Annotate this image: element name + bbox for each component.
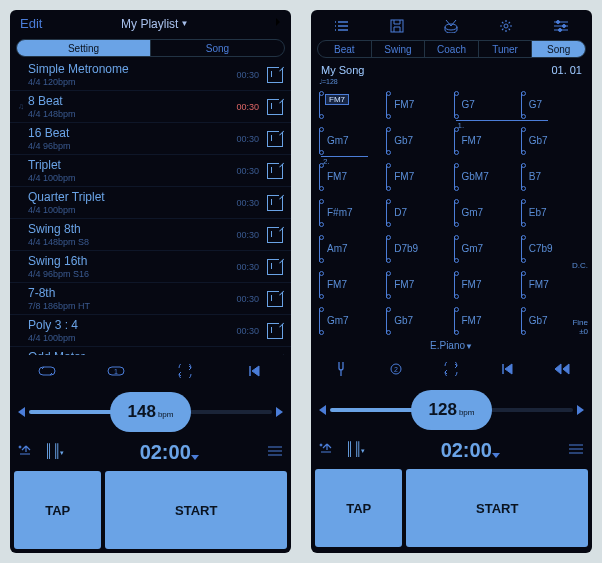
edit-icon[interactable] [267,163,283,179]
instrument-select[interactable]: E.Piano▼ [311,338,592,353]
list-item[interactable]: Poly 3 : 44/4 100bpm00:30 [10,315,291,347]
tempo-up-icon[interactable] [577,405,584,415]
chord-cell[interactable]: F#m7 [317,194,384,230]
edit-button[interactable]: Edit [20,16,42,31]
barline-icon [319,236,325,262]
bpm-display[interactable]: 148 bpm [110,392,192,432]
edit-icon[interactable] [267,291,283,307]
chord-cell[interactable]: Gb7 [384,302,451,338]
svg-point-5 [445,24,457,30]
chord-cell[interactable]: FM7 [317,266,384,302]
prev-track-icon[interactable] [244,364,264,378]
mixer-icon[interactable] [551,18,571,34]
tap-button[interactable]: TAP [315,469,402,547]
chord-cell[interactable]: B7 [519,158,586,194]
chord-cell[interactable]: FM7 [384,158,451,194]
sliders-icon[interactable] [568,441,584,459]
drum-icon[interactable] [441,18,461,34]
shuffle-icon[interactable] [175,364,195,378]
chord-cell[interactable]: Gm7 [317,122,384,158]
edit-icon[interactable] [267,195,283,211]
chord-cell[interactable]: Gb7 [384,122,451,158]
chord-cell[interactable]: FM71. [452,122,519,158]
item-duration: 00:30 [236,294,259,304]
list-item[interactable]: Swing 16th4/4 96bpm S1600:30 [10,251,291,283]
chord-cell[interactable]: FM7 [317,86,384,122]
list-item[interactable]: 7-8th7/8 186bpm HT00:30 [10,283,291,315]
settings-icon[interactable] [496,18,516,34]
chord-cell[interactable]: FM72. [317,158,384,194]
tab-setting[interactable]: Setting [16,39,151,57]
timer-display[interactable]: 02:00 [441,439,492,462]
svg-rect-4 [391,20,403,32]
tab-song[interactable]: Song [150,39,285,57]
edit-icon[interactable] [267,131,283,147]
list-icon[interactable] [332,18,352,34]
edit-icon[interactable] [267,227,283,243]
list-item[interactable]: Swing 8th4/4 148bpm S800:30 [10,219,291,251]
list-item[interactable]: Simple Metronome4/4 120bpm00:30 [10,59,291,91]
forward-icon[interactable] [267,16,281,31]
list-item[interactable]: Triplet4/4 100bpm00:30 [10,155,291,187]
loop-section-icon[interactable]: 2 [386,362,406,376]
list-item[interactable]: Odd Meter7/8 105bpm [10,347,291,355]
queue-icon[interactable] [18,443,34,461]
edit-icon[interactable] [267,67,283,83]
chord-cell[interactable]: Gb7 [519,122,586,158]
tuning-fork-icon[interactable] [331,361,351,377]
barline-icon [319,308,325,334]
chord-cell[interactable]: G7 [452,86,519,122]
chord-cell[interactable]: Am7 [317,230,384,266]
list-item[interactable]: Quarter Triplet4/4 100bpm00:30 [10,187,291,219]
rewind-icon[interactable] [552,362,572,376]
bars-icon[interactable]: ║║▾ [345,441,364,459]
chord-cell[interactable]: G7 [519,86,586,122]
repeat-icon[interactable] [441,362,461,376]
tab-tuner[interactable]: Tuner [478,40,533,58]
chord-cell[interactable]: D7 [384,194,451,230]
tempo-up-icon[interactable] [276,407,283,417]
chord-cell[interactable]: FM7 [519,266,586,302]
bpm-display[interactable]: 128 bpm [411,390,493,430]
bars-icon[interactable]: ║║▾ [44,443,63,461]
barline-icon [319,200,325,226]
chord-cell[interactable]: Eb7 [519,194,586,230]
start-button[interactable]: START [105,471,287,549]
chord-row: F#m7D7Gm7Eb7 [311,194,592,230]
save-icon[interactable] [387,18,407,34]
tab-coach[interactable]: Coach [424,40,479,58]
sliders-icon[interactable] [267,443,283,461]
chord-row: FM7FM7FM7FM7 [311,266,592,302]
tap-button[interactable]: TAP [14,471,101,549]
chord-cell[interactable]: FM7 [384,266,451,302]
chord-cell[interactable]: Gm7 [452,194,519,230]
start-button[interactable]: START [406,469,588,547]
edit-icon[interactable] [267,99,283,115]
edit-icon[interactable] [267,355,283,356]
chord-cell[interactable]: FM7 [384,86,451,122]
chord-cell[interactable]: GbM7 [452,158,519,194]
timer-display[interactable]: 02:00 [140,441,191,464]
chord-cell[interactable]: Gm7 [452,230,519,266]
loop-one-icon[interactable]: 1 [106,364,126,378]
tab-beat[interactable]: Beat [317,40,372,58]
chord-cell[interactable]: C7b9D.C. [519,230,586,266]
chord-cell[interactable]: D7b9 [384,230,451,266]
loop-all-icon[interactable] [37,364,57,378]
tempo-down-icon[interactable] [18,407,25,417]
svg-point-8 [562,25,565,28]
queue-icon[interactable] [319,441,335,459]
edit-icon[interactable] [267,259,283,275]
tempo-down-icon[interactable] [319,405,326,415]
list-item[interactable]: 16 Beat4/4 96bpm00:30 [10,123,291,155]
chord-cell[interactable]: FM7 [452,302,519,338]
edit-icon[interactable] [267,323,283,339]
tab-song[interactable]: Song [531,40,586,58]
chord-sheet[interactable]: ♩=128 FM7FM7G7G7Gm7Gb7FM71.Gb7FM72.FM7Gb… [311,76,592,338]
skip-back-icon[interactable] [497,362,517,376]
playlist-title[interactable]: My Playlist ▼ [121,17,188,31]
tab-swing[interactable]: Swing [371,40,426,58]
chord-cell[interactable]: Gm7 [317,302,384,338]
chord-cell[interactable]: FM7 [452,266,519,302]
list-item[interactable]: ♫8 Beat4/4 148bpm00:30 [10,91,291,123]
